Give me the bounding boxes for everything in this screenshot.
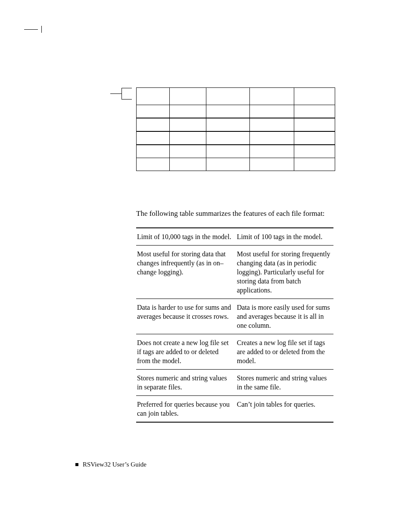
summary-paragraph: The following table summarizes the featu… <box>136 209 334 218</box>
page: { "para": "The following table summarize… <box>0 0 411 532</box>
page-footer: RSView32 User’s Guide <box>75 461 146 468</box>
comparison-table: Limit of 10,000 tags in the model.Limit … <box>136 227 333 423</box>
table-row: Preferred for queries because you can jo… <box>136 396 333 423</box>
bullet-icon <box>75 463 78 466</box>
table-row: Does not create a new log file set if ta… <box>136 334 333 370</box>
table-row: Stores numeric and string values in sepa… <box>136 370 333 396</box>
table-row: Limit of 10,000 tags in the model.Limit … <box>136 228 333 246</box>
callout-line <box>110 93 121 94</box>
footer-text: RSView32 User’s Guide <box>83 461 146 468</box>
table-row: Most useful for storing data that change… <box>136 246 333 299</box>
callout-bracket <box>121 88 132 100</box>
table-row: Data is harder to use for sums and avera… <box>136 299 333 334</box>
example-grid <box>136 87 335 171</box>
